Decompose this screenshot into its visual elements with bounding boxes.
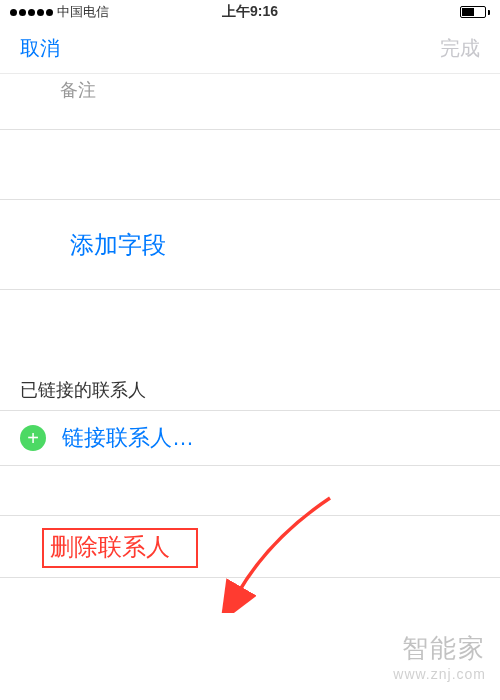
notes-field-label[interactable]: 备注: [0, 74, 500, 130]
signal-strength-icon: [10, 9, 53, 16]
nav-bar: 取消 完成: [0, 24, 500, 74]
section-gap: [0, 290, 500, 370]
linked-contacts-header: 已链接的联系人: [0, 370, 500, 410]
carrier-label: 中国电信: [57, 3, 109, 21]
gap: [0, 466, 500, 516]
done-button[interactable]: 完成: [440, 35, 480, 62]
cancel-button[interactable]: 取消: [20, 35, 60, 62]
delete-contact-row[interactable]: 删除联系人: [0, 516, 500, 578]
add-field-row[interactable]: 添加字段: [0, 200, 500, 290]
watermark-brand: 智能家: [393, 631, 486, 666]
link-contact-row[interactable]: + 链接联系人…: [0, 410, 500, 466]
content-area: 备注 添加字段 已链接的联系人 + 链接联系人… 删除联系人: [0, 74, 500, 578]
watermark: 智能家 www.znj.com: [393, 631, 486, 682]
link-contact-label: 链接联系人…: [62, 423, 194, 453]
delete-contact-label: 删除联系人: [50, 531, 170, 563]
plus-icon: +: [20, 425, 46, 451]
empty-row: [0, 130, 500, 200]
battery-icon: [460, 6, 490, 18]
watermark-url: www.znj.com: [393, 666, 486, 682]
status-left: 中国电信: [10, 3, 109, 21]
status-bar: 中国电信 上午9:16: [0, 0, 500, 24]
add-field-label: 添加字段: [20, 229, 166, 261]
status-time: 上午9:16: [222, 3, 278, 21]
